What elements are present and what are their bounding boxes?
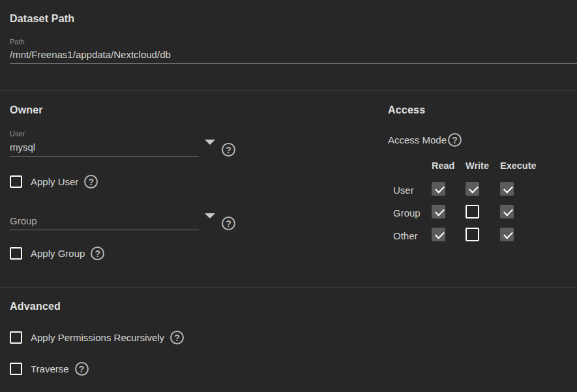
matrix-row-group: Group bbox=[393, 205, 577, 219]
apply-group-checkbox-row[interactable]: Apply Group ? bbox=[10, 247, 379, 260]
advanced-section: Advanced Apply Permissions Recursively ?… bbox=[0, 301, 577, 376]
access-mode-row: Access Mode ? bbox=[388, 133, 577, 147]
chevron-down-icon[interactable] bbox=[205, 140, 215, 145]
user-execute-checkbox[interactable] bbox=[500, 182, 514, 196]
group-select-label bbox=[10, 204, 199, 212]
user-read-checkbox[interactable] bbox=[432, 182, 445, 196]
help-icon[interactable]: ? bbox=[75, 362, 89, 376]
help-icon[interactable]: ? bbox=[448, 133, 462, 147]
help-icon[interactable]: ? bbox=[170, 331, 184, 344]
help-icon[interactable]: ? bbox=[84, 175, 98, 188]
group-execute-checkbox[interactable] bbox=[500, 205, 514, 219]
apply-group-checkbox[interactable] bbox=[10, 247, 22, 260]
traverse-checkbox[interactable] bbox=[10, 363, 22, 375]
traverse-label: Traverse bbox=[31, 363, 69, 374]
path-field-label: Path bbox=[10, 38, 577, 46]
apply-recursively-checkbox[interactable] bbox=[10, 331, 22, 344]
user-select-label: User bbox=[10, 130, 199, 138]
advanced-heading: Advanced bbox=[10, 301, 577, 312]
group-select-row: Group ? bbox=[10, 204, 379, 230]
apply-user-label: Apply User bbox=[31, 176, 78, 187]
dataset-path-section: Dataset Path Path /mnt/Freenas1/appdata/… bbox=[0, 0, 577, 64]
access-mode-label: Access Mode bbox=[388, 134, 447, 145]
other-write-checkbox[interactable] bbox=[466, 228, 479, 241]
matrix-col-header-read: Read bbox=[432, 161, 466, 170]
permissions-form: Dataset Path Path /mnt/Freenas1/appdata/… bbox=[0, 0, 577, 376]
matrix-col-header-write: Write bbox=[466, 161, 500, 170]
user-write-checkbox[interactable] bbox=[466, 182, 479, 196]
chevron-down-icon[interactable] bbox=[205, 213, 215, 219]
section-divider bbox=[0, 287, 577, 288]
owner-heading: Owner bbox=[10, 104, 379, 116]
group-select[interactable]: Group bbox=[10, 204, 199, 230]
help-icon[interactable]: ? bbox=[222, 143, 235, 157]
other-execute-checkbox[interactable] bbox=[500, 228, 514, 241]
access-matrix: ReadWriteExecuteUserGroupOther bbox=[388, 161, 577, 241]
matrix-row-label: User bbox=[393, 185, 432, 196]
help-icon[interactable]: ? bbox=[91, 247, 104, 260]
apply-group-label: Apply Group bbox=[31, 248, 85, 259]
matrix-col-header-execute: Execute bbox=[500, 161, 546, 170]
apply-recursively-label: Apply Permissions Recursively bbox=[31, 332, 164, 343]
help-icon[interactable]: ? bbox=[222, 217, 235, 230]
apply-user-checkbox-row[interactable]: Apply User ? bbox=[10, 175, 379, 188]
apply-user-checkbox[interactable] bbox=[10, 175, 22, 188]
group-select-placeholder: Group bbox=[10, 215, 199, 230]
access-heading: Access bbox=[388, 104, 577, 116]
apply-recursively-checkbox-row[interactable]: Apply Permissions Recursively ? bbox=[10, 331, 577, 344]
traverse-checkbox-row[interactable]: Traverse ? bbox=[10, 362, 577, 376]
access-section: Access Access Mode ? ReadWriteExecuteUse… bbox=[379, 91, 577, 260]
path-input[interactable]: /mnt/Freenas1/appdata/Nextcloud/db bbox=[10, 49, 577, 64]
user-select-value: mysql bbox=[10, 142, 199, 157]
user-select-row: User mysql ? bbox=[10, 130, 379, 157]
group-write-checkbox[interactable] bbox=[466, 205, 479, 219]
matrix-row-label: Other bbox=[393, 230, 432, 241]
user-select[interactable]: User mysql bbox=[10, 130, 199, 157]
matrix-row-label: Group bbox=[393, 207, 432, 219]
dataset-path-heading: Dataset Path bbox=[10, 13, 577, 25]
group-read-checkbox[interactable] bbox=[432, 205, 445, 219]
matrix-row-other: Other bbox=[393, 228, 577, 241]
owner-section: Owner User mysql ? Apply User ? Group bbox=[0, 91, 379, 260]
other-read-checkbox[interactable] bbox=[432, 228, 445, 241]
matrix-row-user: User bbox=[393, 182, 577, 196]
owner-access-row: Owner User mysql ? Apply User ? Group bbox=[0, 91, 577, 287]
